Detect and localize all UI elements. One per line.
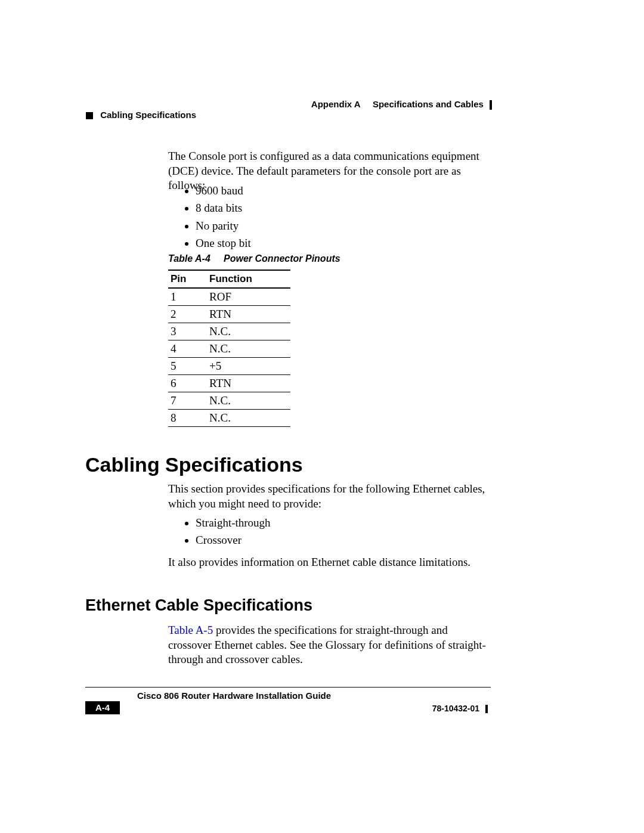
footer-rule [85, 687, 491, 688]
table-row: 5+5 [168, 358, 290, 375]
cell-function: N.C. [207, 392, 290, 410]
cell-pin: 5 [168, 358, 207, 375]
header-bar-icon [490, 100, 492, 110]
table-row: 7N.C. [168, 392, 290, 410]
col-pin: Pin [168, 270, 207, 288]
col-function: Function [207, 270, 290, 288]
table-row: 6RTN [168, 375, 290, 392]
cabling-outro-paragraph: It also provides information on Ethernet… [168, 556, 490, 569]
footer-page-number: A-4 [85, 701, 120, 714]
cell-function: N.C. [207, 410, 290, 427]
cell-pin: 8 [168, 410, 207, 427]
ethernet-spec-paragraph: Table A-5 provides the specifications fo… [168, 623, 490, 667]
cell-function: RTN [207, 375, 290, 392]
table-header-row: Pin Function [168, 270, 290, 288]
cell-function: N.C. [207, 323, 290, 340]
breadcrumb: Cabling Specifications [100, 110, 196, 120]
table-row: 8N.C. [168, 410, 290, 427]
list-item: Straight-through [196, 514, 483, 531]
cabling-intro-paragraph: This section provides specifications for… [168, 482, 490, 511]
cell-pin: 6 [168, 375, 207, 392]
header-right: Appendix A Specifications and Cables [311, 99, 492, 110]
footer-bar-icon [485, 705, 488, 713]
header-left: Cabling Specifications [86, 110, 196, 120]
header-square-icon [86, 112, 93, 119]
list-item: No parity [196, 217, 483, 234]
list-item: 8 data bits [196, 199, 483, 216]
table-row: 4N.C. [168, 340, 290, 358]
cell-function: ROF [207, 288, 290, 306]
ethernet-spec-text: provides the specifications for straight… [168, 624, 486, 665]
list-item: 9600 baud [196, 182, 483, 199]
power-connector-pinouts-table: Pin Function 1ROF 2RTN 3N.C. 4N.C. 5+5 6… [168, 270, 290, 427]
list-item: One stop bit [196, 234, 483, 252]
footer-doc-number: 78-10432-01 [432, 704, 488, 713]
appendix-title: Specifications and Cables [373, 99, 484, 109]
cell-pin: 1 [168, 288, 207, 306]
heading-ethernet-cable-specs: Ethernet Cable Specifications [85, 596, 312, 615]
cell-pin: 3 [168, 323, 207, 340]
doc-number-text: 78-10432-01 [432, 704, 479, 713]
table-label: Table A-4 [168, 253, 210, 264]
cable-types-list: Straight-through Crossover [185, 514, 483, 549]
table-row: 3N.C. [168, 323, 290, 340]
table-row: 1ROF [168, 288, 290, 306]
heading-cabling-specifications: Cabling Specifications [85, 453, 303, 476]
appendix-label: Appendix A [311, 99, 360, 109]
cell-pin: 7 [168, 392, 207, 410]
console-params-list: 9600 baud 8 data bits No parity One stop… [185, 182, 483, 252]
table-title: Power Connector Pinouts [224, 253, 340, 264]
cell-function: +5 [207, 358, 290, 375]
table-row: 2RTN [168, 306, 290, 323]
cell-pin: 4 [168, 340, 207, 358]
cell-function: N.C. [207, 340, 290, 358]
cell-function: RTN [207, 306, 290, 323]
list-item: Crossover [196, 531, 483, 549]
table-a4-caption: Table A-4 Power Connector Pinouts [168, 253, 340, 264]
cell-pin: 2 [168, 306, 207, 323]
page: Appendix A Specifications and Cables Cab… [0, 0, 644, 833]
footer-guide-title: Cisco 806 Router Hardware Installation G… [137, 690, 331, 701]
table-a5-link[interactable]: Table A-5 [168, 624, 213, 636]
